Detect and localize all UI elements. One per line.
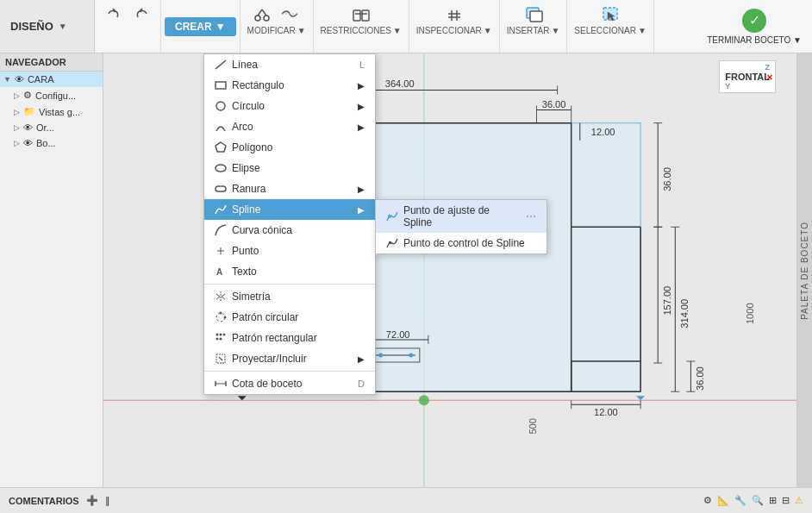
svg-text:36.00: 36.00 [542,99,566,109]
menu-item-simetria[interactable]: Simetría [204,286,375,307]
inspeccionar-label: INSPECCIONAR [416,26,482,35]
nav-label-config: Configu... [35,91,76,101]
menu-item-spline[interactable]: Spline ▶ Punto de ajuste de Spline ⋯ Pun… [204,199,375,220]
crear-menu-button[interactable]: CREAR ▼ [165,17,236,36]
menu-item-patron-circular[interactable]: Patrón circular [204,307,375,328]
nav-item-bo[interactable]: ▷ 👁 Bo... [0,135,103,151]
insertar-group: INSERTAR ▼ [500,0,568,53]
menu-spline-label: Spline [232,203,260,216]
bottom-bar: COMENTARIOS ➕ ‖ ⚙ 📐 🔧 🔍 ⊞ ⊟ ⚠ [0,487,812,513]
modificar-label: MODIFICAR [247,26,296,35]
svg-rect-13 [530,11,542,22]
comment-icon-2[interactable]: ‖ [105,495,110,506]
svg-rect-6 [362,10,369,21]
menu-item-curva-conica[interactable]: Curva cónica [204,220,375,241]
menu-cota-shortcut: D [358,378,365,389]
seleccionar-label: SELECCIONAR [574,26,636,35]
menu-separator-2 [204,371,375,372]
menu-elipse-label: Elipse [232,162,260,174]
menu-punto-label: Punto [232,245,259,257]
bottom-icon-grid[interactable]: ⊟ [782,495,790,506]
seleccionar-group: SELECCIONAR ▼ [567,0,654,53]
bottom-icon-1[interactable]: ⚙ [703,495,712,506]
undo-button[interactable] [102,3,126,24]
nav-arrow-vistas: ▷ [14,108,20,116]
svg-rect-5 [353,10,360,21]
menu-circle-arrow: ▶ [358,102,365,111]
nav-arrow-bo: ▷ [14,139,20,147]
nav-arrow-or: ▷ [14,123,20,132]
frontal-indicator: Z FRONTAL ✕ Y [719,60,776,93]
scissors-icon-btn[interactable] [251,3,273,24]
menu-ranura-arrow: ▶ [358,185,365,194]
svg-point-103 [216,334,219,336]
menu-item-patron-rectangular[interactable]: Patrón rectangular [204,328,375,348]
modificar-group: MODIFICAR ▼ [240,0,314,53]
nav-item-cara[interactable]: ▼ 👁 CARA [0,72,103,87]
inspeccionar-icon-btn[interactable] [441,3,467,24]
menu-item-ranura[interactable]: Ranura ▶ [204,178,375,199]
menu-cota-label: Cota de boceto [232,378,302,390]
menu-item-cota[interactable]: Cota de boceto D [204,373,375,394]
insertar-arrow: ▼ [551,26,559,35]
bottom-icon-5[interactable]: ⊞ [769,495,777,506]
menu-separator-1 [204,284,375,285]
svg-text:12.00: 12.00 [591,127,615,137]
canvas-area[interactable]: 36.00 36.00 182.00 364.00 700.00 [103,53,796,487]
menu-item-rectangulo[interactable]: Rectángulo ▶ [204,75,375,96]
add-comment-button[interactable]: ➕ [86,495,98,506]
svg-point-106 [216,338,219,341]
menu-item-proyectar[interactable]: Proyectar/Incluir ▶ [204,348,375,369]
frontal-label: FRONTAL [725,72,770,82]
insertar-icon-btn[interactable] [521,3,547,24]
menu-item-arco[interactable]: Arco ▶ [204,116,375,137]
menu-item-linea[interactable]: Línea L [204,54,375,75]
nav-item-vistas[interactable]: ▷ 📁 Vistas g... [0,103,103,120]
nav-label-cara: CARA [28,74,54,84]
svg-text:157.00: 157.00 [662,286,672,316]
menu-arco-label: Arco [232,121,253,133]
bottom-icons: ⚙ 📐 🔧 🔍 ⊞ ⊟ ⚠ [703,495,803,506]
restricciones-group: RESTRICCIONES ▼ [314,0,409,53]
design-menu[interactable]: DISEÑO ▼ [0,0,95,53]
svg-line-2 [258,9,262,16]
menu-linea-shortcut: L [359,59,365,70]
svg-point-92 [215,165,226,172]
bottom-icon-3[interactable]: 🔧 [734,495,746,506]
bottom-icon-4[interactable]: 🔍 [752,495,764,506]
menu-item-circulo[interactable]: Círculo ▶ [204,96,375,116]
main-area: NAVEGADOR ▼ 👁 CARA ▷ ⚙ Configu... ▷ 📁 Vi… [0,53,812,487]
menu-item-punto[interactable]: Punto [204,241,375,261]
right-palette-panel: PALETA DE BOCETO [796,53,812,487]
submenu-item-ajuste[interactable]: Punto de ajuste de Spline ⋯ [376,200,547,233]
restricciones-label: RESTRICCIONES [321,26,391,35]
menu-item-poligono[interactable]: Polígono [204,137,375,158]
nav-item-or[interactable]: ▷ 👁 Or... [0,120,103,135]
bottom-icon-2[interactable]: 📐 [717,495,729,506]
main-toolbar: DISEÑO ▼ CREAR ▼ [0,0,812,53]
trim-icon-btn[interactable] [277,3,303,24]
eye-icon-or: 👁 [23,122,33,133]
svg-text:36.00: 36.00 [695,366,705,391]
seleccionar-icon-btn[interactable] [597,3,623,24]
navigator-header: NAVEGADOR [0,53,103,72]
menu-rect-label: Rectángulo [232,79,284,91]
menu-ranura-label: Ranura [232,183,265,195]
menu-item-texto[interactable]: A Texto [204,261,375,282]
design-label: DISEÑO [10,20,53,33]
svg-text:A: A [216,267,222,277]
crear-label: CREAR [175,21,212,33]
nav-item-config[interactable]: ▷ ⚙ Configu... [0,87,103,103]
nav-arrow-cara: ▼ [3,75,11,84]
svg-point-94 [388,215,391,218]
terminar-boceto-button[interactable]: ✓ TERMINAR BOCETO ▼ [696,0,812,53]
svg-text:364.00: 364.00 [385,78,415,89]
design-arrow: ▼ [59,22,67,31]
restriccion-icon-btn[interactable] [348,3,374,24]
svg-point-32 [409,353,413,357]
menu-item-elipse[interactable]: Elipse [204,158,375,178]
menu-proyectar-arrow: ▶ [358,354,365,364]
redo-button[interactable] [129,3,153,24]
submenu-item-control[interactable]: Punto de control de Spline [376,233,547,253]
menu-texto-label: Texto [232,266,257,278]
